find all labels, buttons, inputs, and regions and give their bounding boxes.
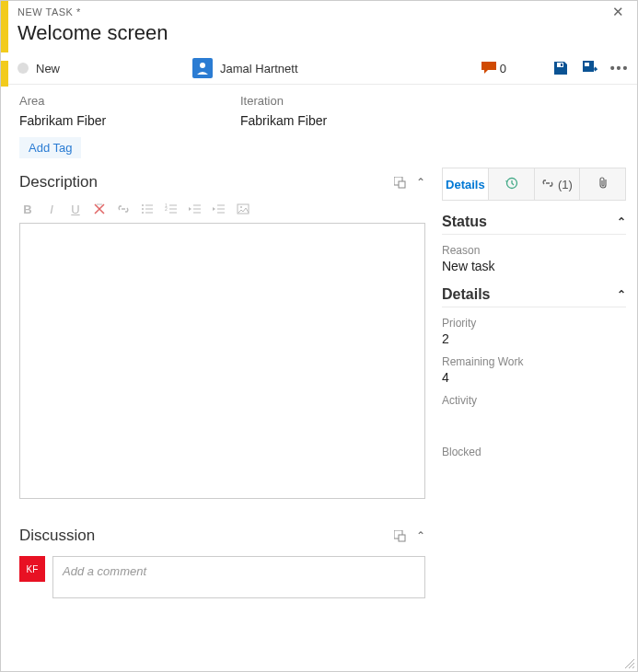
svg-text:2: 2	[165, 206, 168, 212]
bold-button[interactable]: B	[19, 201, 36, 217]
collapse-discussion-icon[interactable]: ⌃	[416, 529, 425, 542]
discussion-title: Discussion	[19, 527, 95, 545]
tab-history[interactable]	[489, 168, 535, 200]
svg-point-7	[142, 204, 144, 206]
priority-label: Priority	[442, 317, 626, 330]
accent-bar-state	[1, 61, 8, 87]
description-header: Description ⌃	[19, 168, 425, 197]
remaining-work-label: Remaining Work	[442, 355, 626, 368]
outdent-button[interactable]	[187, 201, 203, 217]
more-actions-button[interactable]: •••	[611, 60, 628, 76]
add-tag-button[interactable]: Add Tag	[19, 137, 81, 158]
priority-value[interactable]: 2	[442, 331, 626, 346]
info-row: New Jamal Hartnett 0 •••	[1, 52, 637, 85]
details-title: Details	[442, 286, 490, 303]
assignee-avatar-icon	[192, 58, 213, 78]
reason-value[interactable]: New task	[442, 259, 626, 273]
tab-links[interactable]: (1)	[535, 168, 581, 200]
details-section-header[interactable]: Details ⌃	[442, 286, 626, 307]
description-title: Description	[19, 173, 98, 191]
save-copy-button[interactable]	[582, 60, 598, 76]
state-label: New	[36, 62, 60, 75]
assignee-name: Jamal Hartnett	[220, 62, 298, 75]
underline-button[interactable]: U	[67, 201, 84, 217]
svg-point-0	[200, 63, 205, 68]
discussion-header: Discussion ⌃	[19, 521, 425, 550]
tab-attachments[interactable]	[580, 168, 625, 200]
close-button[interactable]: ✕	[609, 4, 629, 20]
reason-label: Reason	[442, 244, 626, 257]
current-user-avatar-icon: KF	[19, 556, 45, 582]
iteration-label: Iteration	[240, 94, 424, 108]
svg-point-8	[142, 208, 144, 210]
comment-count-value: 0	[500, 62, 506, 75]
rich-text-toolbar: B I U 12	[19, 197, 425, 223]
history-icon	[505, 176, 518, 192]
links-icon	[541, 177, 554, 192]
svg-point-9	[142, 212, 144, 214]
tab-details-label: Details	[446, 178, 485, 191]
collapse-details-icon[interactable]: ⌃	[617, 288, 626, 301]
tab-details[interactable]: Details	[443, 168, 489, 200]
state-field[interactable]: New	[17, 62, 192, 75]
iteration-value[interactable]: Fabrikam Fiber	[240, 113, 424, 128]
links-count: (1)	[558, 178, 573, 191]
right-pane-tabs: Details (1)	[442, 168, 626, 201]
svg-rect-15	[399, 535, 405, 541]
activity-value[interactable]	[442, 409, 626, 423]
activity-label: Activity	[442, 394, 626, 407]
comment-icon	[481, 62, 496, 75]
work-item-title[interactable]: Welcome screen	[17, 19, 628, 52]
italic-button[interactable]: I	[43, 201, 60, 217]
blocked-label: Blocked	[442, 446, 626, 458]
status-title: Status	[442, 214, 487, 230]
maximize-discussion-icon[interactable]	[393, 529, 407, 543]
svg-rect-2	[561, 64, 563, 66]
svg-rect-6	[399, 181, 405, 188]
bullet-list-button[interactable]	[139, 201, 156, 217]
save-button[interactable]	[552, 60, 569, 76]
maximize-description-icon[interactable]	[393, 176, 407, 190]
work-item-type-label: NEW TASK *	[17, 6, 81, 17]
link-button[interactable]	[115, 201, 132, 217]
comment-count[interactable]: 0	[481, 62, 506, 75]
collapse-status-icon[interactable]: ⌃	[617, 215, 626, 228]
classification-row: Area Fabrikam Fiber Iteration Fabrikam F…	[1, 85, 637, 132]
description-editor[interactable]	[19, 223, 425, 499]
clear-format-button[interactable]	[91, 201, 108, 217]
number-list-button[interactable]: 12	[163, 201, 180, 217]
remaining-work-value[interactable]: 4	[442, 370, 626, 385]
area-value[interactable]: Fabrikam Fiber	[19, 113, 203, 128]
dialog-header: NEW TASK * ✕ Welcome screen	[1, 1, 637, 52]
svg-rect-4	[585, 63, 589, 66]
assignee-field[interactable]: Jamal Hartnett	[192, 58, 337, 78]
collapse-description-icon[interactable]: ⌃	[416, 176, 425, 189]
add-comment-input[interactable]: Add a comment	[52, 556, 425, 598]
image-button[interactable]	[235, 201, 251, 217]
state-dot-icon	[17, 63, 29, 74]
status-section-header[interactable]: Status ⌃	[442, 214, 626, 235]
attachment-icon	[597, 176, 609, 192]
indent-button[interactable]	[211, 201, 227, 217]
area-label: Area	[19, 94, 203, 108]
resize-grip-icon[interactable]	[622, 656, 635, 669]
accent-bar-top	[1, 1, 8, 52]
svg-point-13	[240, 206, 242, 208]
